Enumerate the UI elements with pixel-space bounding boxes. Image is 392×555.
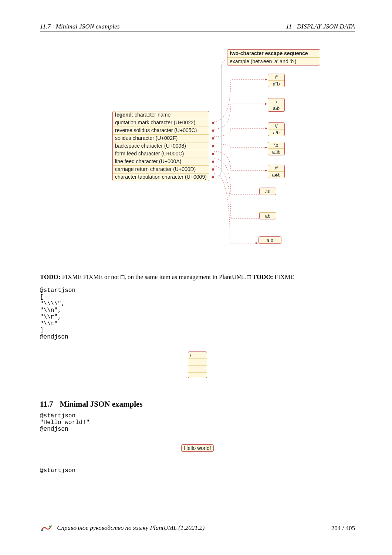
legend-text: carriage return character (U+000D): [115, 166, 196, 173]
legend-row: line feed character (U+000A): [113, 158, 209, 165]
hello-world-output: Hello world!: [40, 444, 355, 452]
legend-dot-icon: [212, 137, 214, 139]
legend-row: character tabulation character (U+0009): [113, 173, 209, 181]
example-val: a\b: [268, 105, 284, 111]
legend-row: carriage return character (U+000D): [113, 165, 209, 173]
header-rule: [40, 31, 355, 31]
escape-header-sub: example (between 'a' and 'b'): [227, 57, 320, 65]
footer-left: Справочное руководство по языку PlantUML…: [40, 524, 205, 533]
example-val: a♣b: [268, 172, 284, 178]
mini-cell: [188, 373, 207, 378]
header-section-num: 11.7: [40, 23, 51, 30]
legend-text: character tabulation character (U+0009): [115, 174, 207, 181]
example-esc: \": [268, 74, 284, 81]
todo-paragraph: TODO: FIXME FIXME or not □, on the same …: [40, 273, 355, 281]
header-section-title: Minimal JSON examples: [56, 23, 120, 30]
legend-title-row: legend: character name: [113, 111, 209, 119]
legend-title-suffix: : character name: [132, 112, 170, 118]
example-box: \a\b: [268, 98, 285, 112]
example-val: a b: [259, 237, 281, 243]
legend-dot-icon: [212, 153, 214, 155]
legend-row: quotation mark character (U+0022): [113, 119, 209, 127]
legend-row: form feed character (U+000C): [113, 150, 209, 158]
footer-title: Справочное руководство по языку PlantUML…: [57, 524, 205, 531]
mini-cell: [188, 366, 207, 373]
legend-dot-icon: [212, 145, 214, 147]
example-box: \ba□b: [268, 142, 285, 155]
escape-header-box: two-character escape sequence example (b…: [227, 49, 320, 65]
todo-text: FIXME: [273, 273, 294, 280]
mini-cell: \: [188, 352, 207, 359]
example-val: a"b: [268, 81, 284, 87]
example-box: ab: [259, 212, 276, 219]
code-block: @startjson: [40, 467, 355, 474]
header-right: 11 DISPLAY JSON DATA: [286, 23, 355, 30]
page-footer: Справочное руководство по языку PlantUML…: [40, 524, 355, 533]
example-esc: \: [268, 98, 284, 105]
example-box: a b: [258, 236, 281, 244]
legend-text: solidus character (U+002F): [115, 135, 178, 142]
legend-dot-icon: [212, 176, 214, 178]
legend-text: quotation mark character (U+0022): [115, 119, 196, 126]
example-box: \fa♣b: [268, 165, 285, 178]
legend-row: solidus character (U+002F): [113, 134, 209, 142]
code-block: @startjson [ "\\\\", "\\n", "\\r", "\\t"…: [40, 287, 355, 340]
legend-text: reverse solidus character (U+005C): [115, 127, 197, 134]
footer-page-number: 204 / 405: [331, 525, 355, 532]
legend-title-prefix: legend: [115, 112, 132, 118]
legend-dot-icon: [212, 161, 214, 163]
todo-text: FIXME FIXME or not □, on the same item a…: [60, 273, 252, 280]
header-left: 11.7 Minimal JSON examples: [40, 23, 120, 30]
code-block: @startjson "Hello world!" @endjson: [40, 413, 355, 433]
legend-dot-icon: [212, 130, 214, 132]
legend-dot-icon: [212, 168, 214, 171]
hello-world-box: Hello world!: [181, 444, 213, 452]
svg-point-0: [49, 525, 51, 527]
mini-escape-diagram: \: [188, 352, 207, 378]
svg-point-1: [41, 529, 43, 531]
legend-text: line feed character (U+000A): [115, 158, 181, 165]
todo-label: TODO:: [253, 273, 273, 280]
escape-header-title: two-character escape sequence: [227, 50, 320, 57]
legend-dot-icon: [212, 122, 214, 124]
example-box: \"a"b: [268, 74, 285, 87]
page-header: 11.7 Minimal JSON examples 11 DISPLAY JS…: [40, 23, 355, 30]
example-box: ab: [259, 188, 276, 195]
example-esc: \/: [268, 123, 284, 130]
example-val: ab: [260, 213, 276, 219]
header-chapter-num: 11: [286, 23, 292, 30]
mini-cell: [188, 359, 207, 366]
example-val: ab: [260, 188, 276, 195]
legend-row: backspace character (U+0008): [113, 142, 209, 150]
todo-label: TODO:: [40, 273, 60, 280]
section-heading: 11.7Minimal JSON examples: [40, 400, 355, 409]
legend-box: legend: character name quotation mark ch…: [112, 111, 209, 181]
example-esc: \b: [268, 142, 284, 149]
example-esc: \f: [268, 165, 284, 172]
example-box: \/a/b: [268, 122, 285, 136]
escape-sequence-diagram: two-character escape sequence example (b…: [75, 49, 320, 264]
legend-text: backspace character (U+0008): [115, 142, 186, 149]
legend-text: form feed character (U+000C): [115, 150, 184, 157]
section-number: 11.7: [40, 400, 53, 408]
legend-row: reverse solidus character (U+005C): [113, 127, 209, 134]
example-val: a□b: [268, 149, 284, 155]
header-chapter-title: DISPLAY JSON DATA: [297, 23, 355, 30]
plantuml-logo-icon: [40, 524, 53, 533]
example-val: a/b: [268, 130, 284, 136]
section-title: Minimal JSON examples: [60, 400, 143, 408]
